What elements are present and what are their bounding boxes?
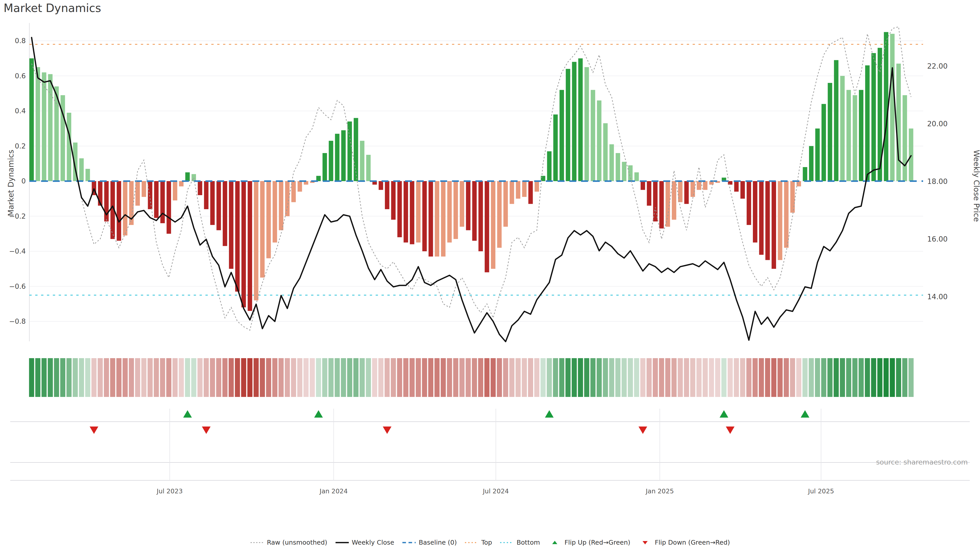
dynamics-bar [547, 151, 552, 181]
heatmap-cell [322, 358, 327, 397]
heatmap-cell [703, 358, 708, 397]
dynamics-bar [678, 181, 682, 202]
dynamics-bar [597, 100, 601, 181]
legend-item-5[interactable]: Bottom [500, 539, 540, 546]
heatmap-cell [148, 358, 153, 397]
dynamics-bar [242, 181, 246, 307]
dynamics-bar [279, 181, 283, 230]
heatmap-cell [416, 358, 421, 397]
dynamics-bar [416, 181, 421, 243]
heatmap-cell [559, 358, 564, 397]
market-dynamics-page: 0.80.60.40.20−0.2−0.4−0.6−0.822.0020.001… [0, 0, 980, 551]
top-line-icon [465, 540, 479, 545]
heatmap-cell [160, 358, 165, 397]
heatmap-cell [241, 358, 246, 397]
dynamics-bar [890, 34, 895, 181]
dynamics-bar [821, 104, 826, 181]
dynamics-bar [235, 181, 240, 292]
weekly-close-line-icon [335, 540, 349, 545]
heatmap-cell [566, 358, 571, 397]
dynamics-bar [210, 181, 215, 225]
dynamics-bar [828, 83, 832, 181]
legend-item-label: Flip Up (Red→Green) [565, 539, 630, 546]
heatmap-cell [890, 358, 895, 397]
dynamics-bar [472, 181, 477, 241]
right-axis-tick: 18.00 [927, 177, 948, 186]
heatmap-cell [341, 358, 346, 397]
dynamics-bar [117, 181, 121, 241]
raw-line [32, 27, 911, 330]
legend-item-4[interactable]: Top [465, 539, 492, 546]
left-axis-tick: 0.4 [15, 107, 26, 115]
heatmap-cell [285, 358, 290, 397]
dynamics-bar [896, 64, 901, 181]
dynamics-bar [460, 181, 464, 227]
heatmap-cell [366, 358, 371, 397]
heatmap-cell [216, 358, 221, 397]
heatmap-cell [235, 358, 240, 397]
flip-up-triangle-icon [548, 540, 562, 545]
left-axis-tick: 0.6 [15, 72, 26, 80]
legend-item-3[interactable]: Baseline (0) [402, 539, 457, 546]
legend-item-1[interactable]: Raw (unsmoothed) [250, 539, 328, 546]
right-axis-tick: 16.00 [927, 235, 948, 243]
dynamics-bar [809, 146, 814, 181]
heatmap-cell [659, 358, 664, 397]
heatmap-cell [378, 358, 383, 397]
heatmap-cell [35, 358, 40, 397]
dynamics-bar [784, 181, 789, 248]
dynamics-bar [285, 181, 290, 216]
heatmap-cell [709, 358, 714, 397]
heatmap-cell [840, 358, 845, 397]
heatmap-cell [154, 358, 159, 397]
heatmap-cell [428, 358, 433, 397]
heatmap-cell [834, 358, 839, 397]
heatmap-cell [142, 358, 146, 397]
dynamics-bar [316, 176, 321, 181]
x-axis-tick: Jul 2024 [482, 487, 509, 495]
heatmap-cell [116, 358, 121, 397]
heatmap-cell [472, 358, 477, 397]
heatmap-cell [291, 358, 296, 397]
legend-item-7[interactable]: Flip Down (Green→Red) [638, 539, 730, 546]
heatmap-cell [877, 358, 883, 397]
dynamics-bar [765, 181, 770, 260]
heatmap-cell [796, 358, 801, 397]
dynamics-bar [535, 181, 539, 192]
baseline-icon [402, 540, 416, 545]
dynamics-bar [167, 181, 171, 233]
legend-item-2[interactable]: Weekly Close [335, 539, 394, 546]
heatmap-cell [603, 358, 608, 397]
chart-legend: Raw (unsmoothed)Weekly CloseBaseline (0)… [250, 539, 730, 546]
heatmap-cell [441, 358, 446, 397]
dynamics-bar [803, 167, 808, 181]
heatmap-cell [397, 358, 402, 397]
heatmap-cell [266, 358, 271, 397]
dynamics-bar [323, 153, 327, 181]
legend-item-6[interactable]: Flip Up (Red→Green) [548, 539, 630, 546]
heatmap-cell [590, 358, 595, 397]
dynamics-bar [759, 181, 764, 255]
heatmap-cell [728, 358, 733, 397]
heatmap-cell [522, 358, 527, 397]
heatmap-cell [85, 358, 90, 397]
heatmap-cell [229, 358, 234, 397]
dynamics-bar [48, 74, 52, 181]
heatmap-cell [391, 358, 396, 397]
dynamics-bar [609, 144, 614, 181]
heatmap-cell [640, 358, 646, 397]
heatmap-cell [734, 358, 739, 397]
heatmap-cell [272, 358, 277, 397]
dynamics-bar [204, 181, 208, 209]
legend-item-label: Top [481, 539, 492, 546]
flip-up-marker [720, 410, 729, 418]
heatmap-cell [859, 358, 864, 397]
dynamics-bar [123, 181, 127, 235]
heatmap-cell [578, 358, 583, 397]
heatmap-cell [697, 358, 702, 397]
dynamics-bar [684, 181, 689, 204]
dynamics-bar [42, 73, 46, 181]
dynamics-bar [248, 181, 252, 311]
legend-item-label: Bottom [517, 539, 540, 546]
heatmap-cell [871, 358, 876, 397]
